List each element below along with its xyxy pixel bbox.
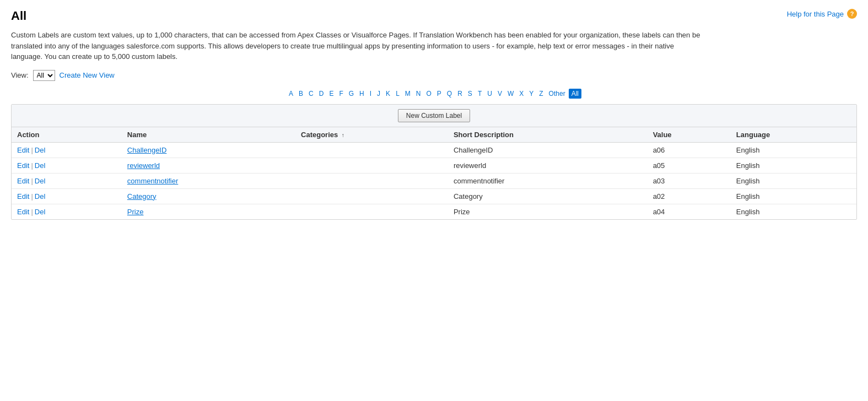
new-custom-label-button[interactable]: New Custom Label — [398, 109, 470, 122]
alpha-nav-letter-X[interactable]: X — [517, 89, 526, 99]
view-select[interactable]: All — [33, 70, 55, 81]
view-bar: View: All Create New View — [11, 70, 857, 81]
short-description-cell-1: reviewerld — [448, 158, 648, 173]
name-cell-0: ChallengeID — [122, 142, 295, 158]
name-link-3[interactable]: Category — [127, 192, 157, 201]
alpha-nav-letter-Q[interactable]: Q — [445, 89, 454, 99]
help-link[interactable]: Help for this Page ? — [787, 9, 857, 19]
alpha-nav-letter-N[interactable]: N — [414, 89, 423, 99]
edit-link-2[interactable]: Edit — [17, 177, 29, 185]
del-link-0[interactable]: Del — [35, 146, 46, 154]
custom-labels-table-container: New Custom Label Action Name Categories … — [11, 104, 857, 220]
alpha-nav-letter-P[interactable]: P — [435, 89, 444, 99]
short-description-cell-2: commentnotifier — [448, 173, 648, 188]
alpha-nav-letter-Y[interactable]: Y — [527, 89, 536, 99]
alpha-nav-letter-F[interactable]: F — [337, 89, 345, 99]
edit-link-3[interactable]: Edit — [17, 192, 29, 201]
table-row: Edit|Delreviewerldreviewerlda05English — [12, 158, 856, 173]
name-link-4[interactable]: Prize — [127, 208, 144, 216]
alpha-nav-letter-J[interactable]: J — [375, 89, 382, 99]
alpha-nav-letter-A[interactable]: A — [287, 89, 295, 99]
edit-link-4[interactable]: Edit — [17, 208, 29, 216]
table-row: Edit|Delcommentnotifiercommentnotifiera0… — [12, 173, 856, 188]
table-row: Edit|DelPrizePrizea04English — [12, 204, 856, 219]
short-description-cell-4: Prize — [448, 204, 648, 219]
action-cell-3: Edit|Del — [12, 188, 122, 204]
short-description-cell-0: ChallengeID — [448, 142, 648, 158]
categories-cell-4 — [295, 204, 448, 219]
action-separator-0: | — [31, 146, 33, 154]
description-text: Custom Labels are custom text values, up… — [11, 30, 705, 62]
action-separator-3: | — [31, 192, 33, 201]
action-cell-0: Edit|Del — [12, 142, 122, 158]
page-header: All Help for this Page ? — [11, 9, 857, 23]
table-row: Edit|DelChallengeIDChallengeIDa06English — [12, 142, 856, 158]
sort-arrow-icon: ↑ — [342, 132, 344, 138]
name-link-1[interactable]: reviewerld — [127, 161, 160, 170]
help-link-text: Help for this Page — [787, 10, 844, 18]
alpha-nav-letter-I[interactable]: I — [368, 89, 374, 99]
language-cell-4: English — [731, 204, 856, 219]
action-separator-4: | — [31, 208, 33, 216]
alpha-nav: A B C D E F G H I J K L M N O P Q R S T … — [11, 89, 857, 99]
col-value: Value — [648, 127, 731, 143]
alpha-nav-letter-C[interactable]: C — [306, 89, 316, 99]
value-cell-3: a02 — [648, 188, 731, 204]
page-title: All — [11, 9, 26, 23]
custom-labels-table: Action Name Categories ↑ Short Descripti… — [12, 127, 856, 219]
alpha-nav-other[interactable]: Other — [547, 89, 568, 99]
action-cell-1: Edit|Del — [12, 158, 122, 173]
categories-cell-3 — [295, 188, 448, 204]
language-cell-1: English — [731, 158, 856, 173]
alpha-nav-letter-U[interactable]: U — [485, 89, 494, 99]
name-cell-3: Category — [122, 188, 295, 204]
categories-cell-0 — [295, 142, 448, 158]
action-cell-4: Edit|Del — [12, 204, 122, 219]
edit-link-1[interactable]: Edit — [17, 161, 29, 170]
alpha-nav-letter-H[interactable]: H — [357, 89, 366, 99]
alpha-nav-letter-W[interactable]: W — [505, 89, 516, 99]
alpha-nav-letter-B[interactable]: B — [296, 89, 305, 99]
alpha-nav-all[interactable]: All — [569, 89, 581, 99]
col-action: Action — [12, 127, 122, 143]
categories-cell-2 — [295, 173, 448, 188]
help-icon: ? — [847, 9, 857, 19]
language-cell-3: English — [731, 188, 856, 204]
del-link-1[interactable]: Del — [35, 161, 46, 170]
action-separator-1: | — [31, 161, 33, 170]
language-cell-2: English — [731, 173, 856, 188]
create-new-view-link[interactable]: Create New View — [60, 71, 115, 79]
value-cell-1: a05 — [648, 158, 731, 173]
alpha-nav-letter-L[interactable]: L — [393, 89, 402, 99]
col-name: Name — [122, 127, 295, 143]
del-link-2[interactable]: Del — [35, 177, 46, 185]
col-language: Language — [731, 127, 856, 143]
language-cell-0: English — [731, 142, 856, 158]
categories-cell-1 — [295, 158, 448, 173]
del-link-4[interactable]: Del — [35, 208, 46, 216]
alpha-nav-letter-M[interactable]: M — [403, 89, 413, 99]
value-cell-2: a03 — [648, 173, 731, 188]
table-body: Edit|DelChallengeIDChallengeIDa06English… — [12, 142, 856, 219]
value-cell-0: a06 — [648, 142, 731, 158]
name-cell-2: commentnotifier — [122, 173, 295, 188]
alpha-nav-letter-E[interactable]: E — [327, 89, 336, 99]
name-cell-4: Prize — [122, 204, 295, 219]
value-cell-4: a04 — [648, 204, 731, 219]
alpha-nav-letter-G[interactable]: G — [347, 89, 356, 99]
alpha-nav-letter-O[interactable]: O — [424, 89, 433, 99]
name-link-0[interactable]: ChallengeID — [127, 146, 167, 154]
edit-link-0[interactable]: Edit — [17, 146, 29, 154]
name-cell-1: reviewerld — [122, 158, 295, 173]
alpha-nav-letter-S[interactable]: S — [466, 89, 475, 99]
alpha-nav-letter-K[interactable]: K — [384, 89, 392, 99]
del-link-3[interactable]: Del — [35, 192, 46, 201]
name-link-2[interactable]: commentnotifier — [127, 177, 178, 185]
alpha-nav-letter-V[interactable]: V — [495, 89, 504, 99]
alpha-nav-letter-Z[interactable]: Z — [537, 89, 545, 99]
alpha-nav-letter-D[interactable]: D — [317, 89, 326, 99]
view-label: View: — [11, 71, 29, 79]
alpha-nav-letter-R[interactable]: R — [455, 89, 465, 99]
alpha-nav-letter-T[interactable]: T — [476, 89, 484, 99]
col-categories[interactable]: Categories ↑ — [295, 127, 448, 143]
